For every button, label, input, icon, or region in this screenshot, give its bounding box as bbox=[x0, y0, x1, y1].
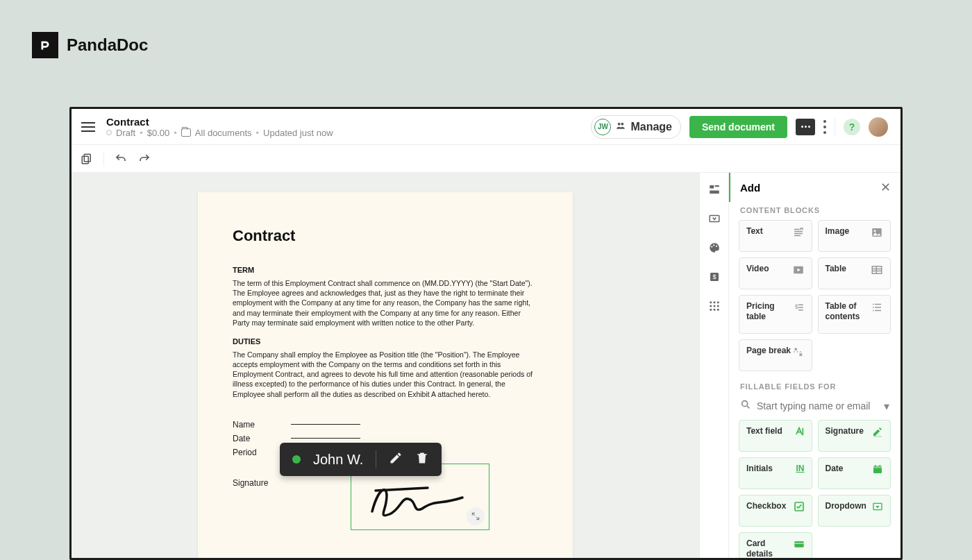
svg-point-0 bbox=[618, 123, 621, 126]
location-label[interactable]: All documents bbox=[195, 128, 252, 138]
field-date[interactable]: Date bbox=[818, 457, 891, 489]
menu-icon[interactable] bbox=[80, 119, 97, 135]
svg-text:$: $ bbox=[712, 273, 716, 280]
resize-handle-icon[interactable] bbox=[467, 507, 485, 525]
block-page-break[interactable]: Page break bbox=[739, 339, 812, 371]
panda-icon bbox=[37, 37, 53, 53]
block-table[interactable]: Table bbox=[818, 257, 891, 289]
user-avatar[interactable] bbox=[869, 117, 888, 137]
help-icon[interactable]: ? bbox=[844, 119, 860, 135]
table-block-icon bbox=[871, 264, 883, 279]
svg-point-16 bbox=[710, 305, 712, 307]
amount-label: $0.00 bbox=[147, 128, 170, 138]
text-field-icon bbox=[794, 426, 805, 440]
svg-rect-4 bbox=[710, 185, 714, 189]
canvas[interactable]: Contract TERM The term of this Employmen… bbox=[72, 173, 699, 558]
svg-rect-32 bbox=[794, 541, 803, 548]
svg-rect-29 bbox=[873, 466, 882, 468]
undo-icon[interactable] bbox=[114, 152, 128, 166]
send-document-button[interactable]: Send document bbox=[689, 116, 787, 138]
assignee-name[interactable]: John W. bbox=[313, 452, 363, 468]
panel-title: Add bbox=[740, 182, 760, 194]
brand-name: PandaDoc bbox=[67, 35, 148, 55]
block-pricing-table[interactable]: Pricing table $ bbox=[739, 295, 812, 334]
svg-point-27 bbox=[742, 401, 748, 407]
edit-icon[interactable] bbox=[389, 451, 403, 468]
toolbar bbox=[72, 145, 900, 173]
block-text-label: Text bbox=[746, 226, 763, 237]
field-checkbox-label: Checkbox bbox=[746, 501, 786, 511]
fields-grid: Text field Signature Initials IN Date Ch… bbox=[729, 420, 900, 558]
chevron-down-icon[interactable]: ▾ bbox=[884, 400, 889, 413]
signature-field-icon bbox=[872, 426, 883, 440]
svg-point-18 bbox=[717, 305, 719, 307]
comments-icon[interactable] bbox=[796, 119, 815, 135]
field-signature[interactable]: Signature bbox=[818, 420, 891, 452]
panel-header: Add ✕ bbox=[728, 173, 900, 202]
content-rail-icon[interactable] bbox=[707, 183, 721, 196]
field-text[interactable]: Text field bbox=[739, 420, 812, 452]
manage-label: Manage bbox=[630, 121, 672, 133]
pagebreak-block-icon bbox=[792, 346, 805, 361]
updated-label: Updated just now bbox=[263, 128, 333, 138]
svg-point-20 bbox=[713, 309, 715, 311]
text-block-icon bbox=[792, 226, 805, 241]
variables-rail-icon[interactable] bbox=[707, 212, 721, 226]
more-icon[interactable] bbox=[823, 119, 826, 135]
assignee-color-icon bbox=[292, 455, 301, 464]
svg-rect-3 bbox=[82, 156, 88, 164]
close-icon[interactable]: ✕ bbox=[880, 180, 891, 195]
block-image[interactable]: Image bbox=[818, 220, 891, 252]
field-dropdown[interactable]: Dropdown bbox=[818, 495, 891, 527]
manage-button[interactable]: JW Manage bbox=[591, 115, 681, 139]
document-page[interactable]: Contract TERM The term of this Employmen… bbox=[198, 192, 573, 558]
content-blocks-grid: Text Image Video Table Pricing table bbox=[729, 220, 900, 378]
svg-rect-2 bbox=[84, 154, 90, 162]
section-duties-body: The Company shall employ the Employee as… bbox=[233, 350, 538, 399]
checkbox-field-icon bbox=[794, 501, 805, 515]
block-table-label: Table bbox=[826, 264, 846, 274]
field-toolbar: John W. bbox=[280, 443, 442, 476]
block-image-label: Image bbox=[826, 226, 850, 237]
field-card-details[interactable]: Card details bbox=[739, 532, 812, 558]
block-video-label: Video bbox=[746, 264, 769, 274]
divider bbox=[103, 151, 104, 167]
recipient-search-input[interactable] bbox=[757, 400, 878, 411]
redo-icon[interactable] bbox=[137, 152, 151, 166]
initials-field-icon: IN bbox=[796, 464, 805, 473]
divider bbox=[376, 450, 376, 468]
recipient-search[interactable]: ▾ bbox=[729, 396, 900, 420]
fillable-fields-heading: FILLABLE FIELDS FOR bbox=[729, 378, 900, 396]
section-term-body: The term of this Employment Contract sha… bbox=[233, 278, 538, 328]
block-pricing-label: Pricing table bbox=[746, 301, 792, 322]
svg-point-14 bbox=[713, 301, 715, 303]
document-title[interactable]: Contract bbox=[106, 116, 581, 128]
status-dot-icon bbox=[106, 130, 112, 135]
blank-line bbox=[291, 438, 360, 439]
recipient-avatar: JW bbox=[594, 119, 611, 135]
label-period: Period bbox=[233, 448, 270, 457]
design-rail-icon[interactable] bbox=[707, 241, 721, 255]
svg-point-21 bbox=[717, 309, 719, 311]
duplicate-icon[interactable] bbox=[80, 152, 94, 166]
status-label: Draft bbox=[116, 128, 135, 138]
field-checkbox[interactable]: Checkbox bbox=[739, 495, 812, 527]
blank-line bbox=[291, 424, 360, 425]
pricing-rail-icon[interactable]: $ bbox=[707, 270, 721, 284]
block-toc[interactable]: Table of contents bbox=[818, 295, 891, 334]
card-field-icon bbox=[794, 538, 805, 552]
field-initials[interactable]: Initials IN bbox=[739, 457, 812, 489]
section-duties-title: DUTIES bbox=[233, 337, 538, 346]
svg-point-17 bbox=[713, 305, 715, 307]
block-text[interactable]: Text bbox=[739, 220, 812, 252]
block-video[interactable]: Video bbox=[739, 257, 812, 289]
svg-point-15 bbox=[717, 301, 719, 303]
delete-icon[interactable] bbox=[415, 451, 429, 468]
add-panel: Add ✕ CONTENT BLOCKS Text Image Video bbox=[728, 173, 900, 558]
document-title-block: Contract Draft • $0.00 • All documents •… bbox=[106, 116, 581, 138]
field-dropdown-label: Dropdown bbox=[826, 501, 866, 511]
brand-logo bbox=[32, 32, 58, 58]
dropdown-field-icon bbox=[872, 501, 883, 515]
content-blocks-heading: CONTENT BLOCKS bbox=[729, 202, 900, 220]
apps-rail-icon[interactable] bbox=[707, 299, 721, 313]
